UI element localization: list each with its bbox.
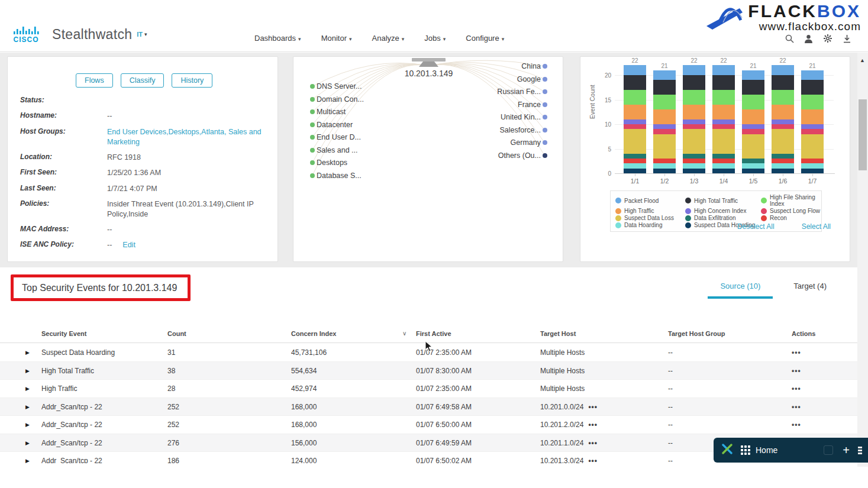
bar-segment-high-concern-index[interactable] [801,124,824,129]
bar-segment-suspect-long-flow[interactable] [801,129,824,134]
bar-segment-high-traffic[interactable] [683,105,705,119]
select-all-link[interactable]: Select All [802,222,831,231]
bar-segment-high-file-sharing-index[interactable] [712,90,735,105]
column-header-actions[interactable]: Actions [792,330,815,337]
legend-item-high-total-traffic[interactable]: High Total Traffic [685,194,761,207]
bar-segment-high-total-traffic[interactable] [683,75,705,90]
bar-segment-high-traffic[interactable] [712,105,735,119]
map-node-external[interactable]: Germany [511,138,547,147]
bar-segment-high-concern-index[interactable] [683,119,705,124]
bar-segment-high-concern-index[interactable] [624,119,646,124]
map-node-external[interactable]: Google [517,75,547,83]
bar-segment-packet-flood[interactable] [772,65,794,75]
legend-item-high-file-sharing-index[interactable]: High File Sharing Index [761,194,822,207]
tab-target[interactable]: Target (4) [793,282,827,299]
bar-segment-data-hoarding[interactable] [712,163,735,168]
bar-segment-suspect-data-hoarding[interactable] [772,169,794,173]
gear-icon[interactable] [823,34,832,43]
row-actions-icon[interactable]: ••• [792,367,801,375]
bar-segment-high-traffic[interactable] [801,109,824,124]
sort-chevron-icon[interactable]: ∨ [402,330,406,337]
bar-segment-data-exfiltration[interactable] [683,154,705,159]
expand-row-icon[interactable]: ▶ [25,452,30,463]
bar-segment-high-total-traffic[interactable] [624,75,646,90]
table-row[interactable]: ▶High Traffic28452,97401/07 2:35:00 AMMu… [0,380,868,398]
bar-segment-suspect-long-flow[interactable] [653,129,676,134]
bar-segment-data-exfiltration[interactable] [772,154,794,159]
legend-item-suspect-long-flow[interactable]: Suspect Long Flow [761,208,822,214]
map-node-external[interactable]: Salesforce... [500,126,547,134]
column-header-target-host-group[interactable]: Target Host Group [668,330,725,337]
bar-segment-suspect-data-loss[interactable] [712,129,735,154]
nav-item-configure[interactable]: Configure▾ [466,34,504,43]
bar-segment-high-traffic[interactable] [772,105,794,119]
target-more-icon[interactable]: ••• [588,403,598,411]
legend-item-packet-flood[interactable]: Packet Flood [615,194,685,207]
bar-segment-suspect-data-hoarding[interactable] [742,169,764,173]
expand-row-icon[interactable]: ▶ [25,344,30,362]
legend-item-data-exfiltration[interactable]: Data Exfiltration [685,215,761,221]
map-node-internal[interactable]: Multicast [310,108,346,116]
taskbar-menu-icon[interactable] [858,447,862,454]
bar-segment-suspect-data-loss[interactable] [653,134,676,159]
target-more-icon[interactable]: ••• [588,439,598,447]
legend-item-data-hoarding[interactable]: Data Hoarding [615,222,685,228]
column-header-concern-index[interactable]: Concern Index [291,330,336,337]
row-actions-icon[interactable]: ••• [792,403,801,411]
bar-segment-recon[interactable] [712,159,735,163]
row-actions-icon[interactable]: ••• [792,421,801,429]
map-node-internal[interactable]: Domain Con... [310,95,364,104]
bar-segment-data-hoarding[interactable] [772,163,794,168]
nav-item-jobs[interactable]: Jobs▾ [424,34,446,43]
bar-segment-data-exfiltration[interactable] [742,159,764,163]
expand-row-icon[interactable]: ▶ [25,416,30,434]
map-node-external[interactable]: Others (Ou... [498,151,547,160]
bar-segment-data-exfiltration[interactable] [712,154,735,159]
nav-item-analyze[interactable]: Analyze▾ [372,34,405,43]
add-tab-icon[interactable]: + [843,444,850,456]
table-row[interactable]: ▶Addr_Scan/tcp - 22252168,00001/07 6:49:… [0,398,868,416]
legend-item-high-concern-index[interactable]: High Concern Index [685,208,761,214]
bar-segment-packet-flood[interactable] [712,65,735,75]
column-header-count[interactable]: Count [167,330,186,337]
bar-segment-suspect-data-loss[interactable] [801,134,824,159]
download-icon[interactable] [843,34,851,43]
bar-segment-high-total-traffic[interactable] [801,80,824,95]
bar-segment-high-file-sharing-index[interactable] [683,90,705,105]
field-value[interactable]: End User Devices,Desktops,Atlanta, Sales… [107,127,264,147]
app-grid-icon[interactable] [741,445,750,455]
vertical-scrollbar[interactable]: ▲ [857,53,868,467]
bar-segment-packet-flood[interactable] [742,70,764,80]
table-row[interactable]: ▶High Total Traffic38554,63401/07 8:30:0… [0,362,868,380]
expand-row-icon[interactable]: ▶ [25,380,30,398]
bar-segment-recon[interactable] [772,159,794,163]
bar-segment-data-hoarding[interactable] [653,163,676,168]
bar-segment-suspect-long-flow[interactable] [772,124,794,129]
edit-link[interactable]: Edit [122,241,135,249]
bar-segment-high-file-sharing-index[interactable] [772,90,794,105]
window-icon[interactable] [824,445,833,455]
bar-segment-high-file-sharing-index[interactable] [742,95,764,109]
column-header-first-active[interactable]: First Active [416,330,451,337]
bar-segment-suspect-long-flow[interactable] [624,124,646,129]
row-actions-icon[interactable]: ••• [792,384,801,393]
map-node-external[interactable]: Russian Fe... [497,88,547,96]
bar-segment-suspect-data-hoarding[interactable] [801,169,824,173]
row-actions-icon[interactable]: ••• [792,348,801,357]
column-header-target-host[interactable]: Target Host [540,330,576,337]
classify-button[interactable]: Classify [121,73,164,88]
map-node-internal[interactable]: Sales and ... [310,146,358,154]
scroll-up-icon[interactable]: ▲ [860,57,865,63]
bar-segment-suspect-long-flow[interactable] [742,129,764,134]
map-node-internal[interactable]: Desktops [310,159,347,167]
bar-segment-high-total-traffic[interactable] [653,80,676,95]
map-node-external[interactable]: United Kin... [501,113,547,121]
bar-segment-suspect-data-hoarding[interactable] [712,169,735,173]
bar-segment-recon[interactable] [653,159,676,163]
bar-segment-recon[interactable] [624,159,646,163]
bar-segment-high-concern-index[interactable] [653,124,676,129]
bar-segment-high-file-sharing-index[interactable] [624,90,646,105]
bar-segment-suspect-data-loss[interactable] [683,129,705,154]
map-node-external[interactable]: France [518,101,547,109]
search-icon[interactable] [785,34,794,43]
